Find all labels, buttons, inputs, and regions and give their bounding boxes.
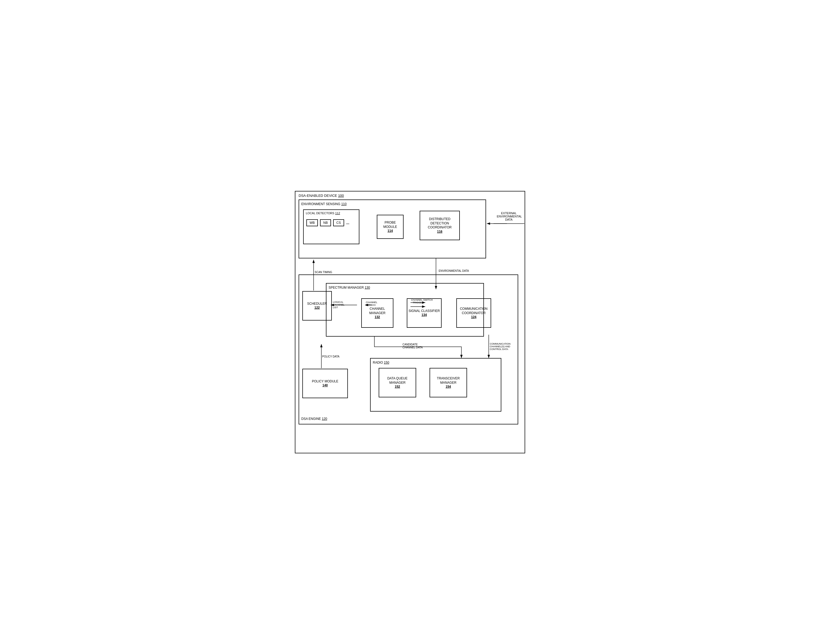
spectrum-manager-label: SPECTRUM MANAGER 130 xyxy=(329,286,370,290)
cs-item: CS xyxy=(333,219,344,226)
channel-manager-num: 132 xyxy=(375,315,380,319)
signal-classifier-label: SIGNAL CLASSIFIER xyxy=(409,309,440,313)
policy-module-label: POLICY MODULE xyxy=(312,379,338,384)
dsa-engine-box: DSA ENGINE 120 SCHEDULER 122 SPECTRUM MA… xyxy=(299,274,518,425)
comm-coordinator-label: COMMUNICATION COORDINATOR xyxy=(457,307,490,315)
wb-item: WB xyxy=(307,219,318,226)
ddc-num: 116 xyxy=(437,230,442,233)
policy-module-box: POLICY MODULE 140 xyxy=(302,369,348,398)
device-label: DSA-ENABLED DEVICE 100 xyxy=(299,193,344,198)
communication-coordinator-box: COMMUNICATION COORDINATOR 124 xyxy=(456,298,491,328)
env-sensing-label: ENVIRONMENT SENSING 110 xyxy=(301,202,346,206)
dsa-engine-label: DSA ENGINE 120 xyxy=(301,417,327,421)
environment-sensing-box: ENVIRONMENT SENSING 110 LOCAL DETECTORS … xyxy=(299,199,486,258)
channel-manager-box: CHANNEL MANAGER 132 xyxy=(361,298,393,328)
scheduler-label: SCHEDULER xyxy=(307,302,327,306)
signal-classifier-box: SIGNAL CLASSIFIER 134 xyxy=(407,298,441,328)
trx-num: 154 xyxy=(446,385,451,388)
radio-label: RADIO 150 xyxy=(373,361,389,365)
ddc-box: DISTRIBUTED DETECTION COORDINATOR 116 xyxy=(420,211,460,240)
diagram-container: DSA-ENABLED DEVICE 100 ENVIRONMENT SENSI… xyxy=(295,191,525,453)
probe-module-num: 114 xyxy=(388,229,393,233)
policy-module-num: 140 xyxy=(322,383,328,387)
radio-box: RADIO 150 DATA QUEUE MANAGER 152 TRANSCE… xyxy=(370,358,501,412)
spectrum-manager-box: SPECTRUM MANAGER 130 CHANNEL MANAGER 132… xyxy=(326,283,484,337)
scan-timing-label: SCAN TIMING xyxy=(315,271,333,274)
local-detectors-label: LOCAL DETECTORS 112 xyxy=(306,212,340,215)
data-queue-manager-box: DATA QUEUE MANAGER 152 xyxy=(379,368,416,397)
dqm-num: 152 xyxy=(395,385,400,388)
environmental-data-label: ENVIRONMENTAL DATA xyxy=(439,269,469,272)
probe-module-box: PROBE MODULE 114 xyxy=(377,215,403,239)
external-data-label: EXTERNAL ENVIRONMENTAL DATA xyxy=(497,212,521,221)
signal-classifier-num: 134 xyxy=(421,313,427,317)
channel-manager-label: CHANNEL MANAGER xyxy=(362,307,393,315)
local-detectors-box: LOCAL DETECTORS 112 WB NB CS ... xyxy=(303,209,359,244)
local-detectors-items: WB NB CS ... xyxy=(307,219,349,226)
probe-module-label: PROBE MODULE xyxy=(377,221,403,229)
ddc-label: DISTRIBUTED DETECTION COORDINATOR xyxy=(420,217,459,230)
transceiver-manager-box: TRANSCEIVER MANAGER 154 xyxy=(429,368,467,397)
dqm-label: DATA QUEUE MANAGER xyxy=(379,377,415,385)
comm-coordinator-num: 124 xyxy=(471,315,477,319)
ellipsis: ... xyxy=(346,221,349,225)
nb-item: NB xyxy=(320,219,331,226)
scheduler-num: 122 xyxy=(314,306,320,310)
trx-label: TRANSCEIVER MANAGER xyxy=(430,377,466,385)
